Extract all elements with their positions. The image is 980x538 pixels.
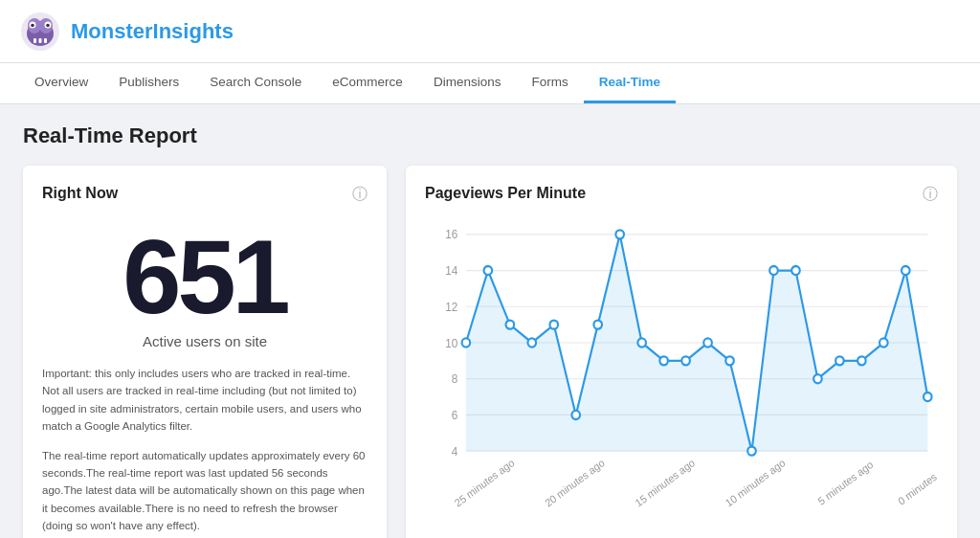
svg-rect-10 bbox=[44, 38, 47, 43]
y-label-14: 14 bbox=[445, 264, 457, 278]
x-label-20: 20 minutes ago bbox=[543, 457, 607, 509]
nav-item-dimensions[interactable]: Dimensions bbox=[418, 63, 517, 103]
svg-point-39 bbox=[924, 392, 932, 401]
active-users-label: Active users on site bbox=[42, 333, 368, 349]
svg-point-28 bbox=[681, 356, 690, 365]
page-title: Real-Time Report bbox=[23, 123, 957, 148]
svg-point-22 bbox=[549, 321, 558, 329]
info-text-1: Important: this only includes users who … bbox=[42, 365, 368, 436]
pageviews-card: Pageviews Per Minute ⓘ 16 14 12 bbox=[406, 166, 957, 538]
svg-point-24 bbox=[593, 321, 602, 329]
svg-point-23 bbox=[571, 411, 580, 419]
y-label-16: 16 bbox=[445, 228, 457, 241]
x-label-5: 5 minutes ago bbox=[816, 459, 876, 507]
svg-point-6 bbox=[31, 23, 34, 27]
x-label-0: 0 minutes ago bbox=[896, 459, 938, 507]
svg-point-21 bbox=[528, 338, 537, 347]
y-label-8: 8 bbox=[452, 372, 458, 386]
svg-point-27 bbox=[659, 356, 668, 365]
svg-rect-8 bbox=[33, 38, 36, 43]
card-header-right: Pageviews Per Minute ⓘ bbox=[425, 185, 938, 205]
x-label-25: 25 minutes ago bbox=[453, 457, 517, 509]
y-label-6: 6 bbox=[452, 409, 458, 422]
y-label-12: 12 bbox=[445, 301, 457, 314]
logo-area: MonsterInsights bbox=[19, 11, 234, 53]
svg-point-26 bbox=[637, 338, 646, 347]
svg-point-25 bbox=[615, 230, 624, 238]
logo-icon bbox=[19, 11, 61, 53]
nav-item-realtime[interactable]: Real-Time bbox=[584, 63, 676, 103]
nav-item-ecommerce[interactable]: eCommerce bbox=[317, 63, 418, 103]
right-now-title: Right Now bbox=[42, 185, 118, 202]
svg-point-19 bbox=[484, 266, 493, 275]
header: MonsterInsights bbox=[0, 0, 980, 63]
svg-point-35 bbox=[835, 356, 844, 365]
active-users-count: 651 bbox=[42, 224, 368, 329]
nav-item-overview[interactable]: Overview bbox=[19, 63, 103, 103]
main-nav: Overview Publishers Search Console eComm… bbox=[0, 63, 980, 104]
svg-point-18 bbox=[462, 338, 471, 347]
svg-point-34 bbox=[813, 374, 822, 383]
pageviews-title: Pageviews Per Minute bbox=[425, 185, 586, 202]
svg-point-31 bbox=[747, 447, 756, 456]
nav-item-forms[interactable]: Forms bbox=[516, 63, 583, 103]
svg-point-33 bbox=[791, 266, 800, 275]
nav-item-search-console[interactable]: Search Console bbox=[194, 63, 317, 103]
svg-point-36 bbox=[858, 356, 866, 365]
logo-text: MonsterInsights bbox=[71, 19, 234, 44]
svg-point-7 bbox=[46, 23, 50, 27]
x-label-15: 15 minutes ago bbox=[633, 457, 697, 509]
nav-item-publishers[interactable]: Publishers bbox=[103, 63, 194, 103]
main-content: Real-Time Report Right Now ⓘ 651 Active … bbox=[0, 104, 980, 538]
svg-point-30 bbox=[725, 356, 734, 365]
info-text-2: The real-time report automatically updat… bbox=[42, 447, 368, 535]
y-label-10: 10 bbox=[445, 336, 457, 349]
svg-point-37 bbox=[880, 338, 888, 347]
svg-point-32 bbox=[769, 266, 778, 275]
y-label-4: 4 bbox=[452, 444, 458, 458]
svg-point-20 bbox=[506, 321, 515, 329]
info-icon-left[interactable]: ⓘ bbox=[352, 185, 368, 205]
svg-point-38 bbox=[902, 266, 910, 275]
info-icon-right[interactable]: ⓘ bbox=[923, 185, 938, 205]
right-now-card: Right Now ⓘ 651 Active users on site Imp… bbox=[23, 166, 387, 538]
x-label-10: 10 minutes ago bbox=[724, 457, 788, 509]
chart-container: 16 14 12 10 8 6 4 25 minutes ago 20 minu… bbox=[425, 213, 938, 519]
cards-row: Right Now ⓘ 651 Active users on site Imp… bbox=[23, 166, 957, 538]
card-header-left: Right Now ⓘ bbox=[42, 185, 368, 205]
svg-rect-9 bbox=[39, 38, 42, 43]
svg-point-29 bbox=[703, 338, 712, 347]
pageviews-chart: 16 14 12 10 8 6 4 25 minutes ago 20 minu… bbox=[425, 213, 938, 519]
